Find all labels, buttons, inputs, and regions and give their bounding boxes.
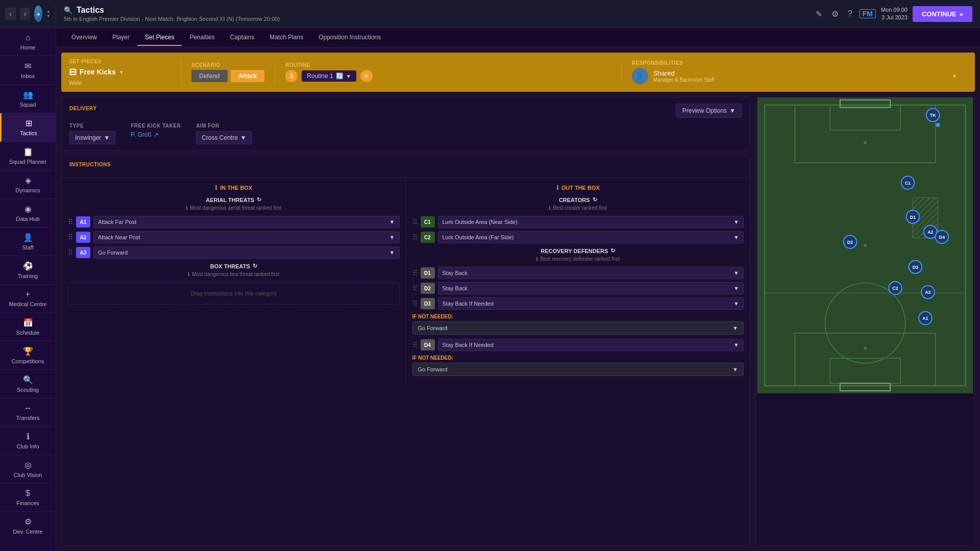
sidebar-item-tactics[interactable]: ⊞ Tactics	[0, 113, 56, 142]
page-content: SET PIECES ⊟ Free Kicks ▼ Wide SCENARIO …	[56, 47, 980, 551]
badge-a3: A3	[76, 247, 90, 258]
set-piece-dropdown-icon[interactable]: ▼	[119, 69, 124, 75]
tab-captains[interactable]: Captains	[223, 30, 262, 46]
nav-back-button[interactable]: ‹	[5, 8, 16, 20]
drag-handle-c2[interactable]: ⠿	[412, 233, 418, 241]
help-icon[interactable]: ⚙	[829, 7, 841, 21]
inst-select-c2[interactable]: Lurk Outside Area (Far Side) ▼	[438, 231, 744, 243]
routine-number: 1	[285, 70, 298, 82]
recovery-refresh-icon[interactable]: ↻	[610, 247, 615, 254]
inst-select-d1[interactable]: Stay Back ▼	[438, 267, 744, 279]
inst-select-d4[interactable]: Stay Back If Needed ▼	[438, 339, 744, 351]
d4-if-not-caret-icon: ▼	[732, 366, 738, 372]
sidebar-item-club-info[interactable]: ℹ Club Info	[0, 427, 56, 455]
sidebar-item-squad-planner[interactable]: 📋 Squad Planner	[0, 142, 56, 170]
tab-overview[interactable]: Overview	[64, 30, 105, 46]
inst-select-a2[interactable]: Attack Near Post ▼	[93, 231, 400, 243]
sp-routine-label: ROUTINE	[285, 62, 610, 68]
sidebar-item-schedule[interactable]: 📅 Schedule	[0, 313, 56, 341]
drag-handle-a2[interactable]: ⠿	[68, 233, 73, 241]
sidebar-item-finances[interactable]: $ Finances	[0, 484, 56, 512]
drag-handle-d2[interactable]: ⠿	[412, 284, 418, 292]
aerial-threats-refresh-icon[interactable]: ↻	[257, 196, 261, 203]
resp-avatar: 👤	[632, 68, 648, 84]
add-routine-button[interactable]: +	[360, 70, 373, 82]
continue-button[interactable]: CONTINUE »	[913, 6, 972, 22]
sidebar-item-data-hub[interactable]: ◉ Data Hub	[0, 199, 56, 228]
delivery-aim-select[interactable]: Cross Centre ▼	[196, 131, 252, 144]
scenario-defend-button[interactable]: Defend	[191, 70, 228, 82]
d3-if-not-select[interactable]: Go Forward ▼	[412, 321, 744, 335]
edit-icon[interactable]: ✎	[814, 7, 824, 21]
sidebar-item-staff[interactable]: 👤 Staff	[0, 228, 56, 256]
box-threats-hint: ℹ Most dangerous box threat ranked first	[68, 271, 400, 277]
tab-player[interactable]: Player	[105, 30, 137, 46]
delivery-type-select[interactable]: Inswinger ▼	[69, 131, 115, 144]
resp-dropdown-icon[interactable]: ▼	[952, 73, 957, 79]
team-nav-down[interactable]: ▼	[46, 14, 51, 18]
drag-handle-c1[interactable]: ⠿	[412, 218, 418, 226]
sidebar-label-dev-centre: Dev. Centre	[13, 529, 43, 535]
drag-handle-a1[interactable]: ⠿	[68, 218, 73, 226]
sidebar-label-medical: Medical Centre	[9, 301, 47, 307]
sidebar-label-finances: Finances	[16, 500, 39, 506]
inst-value-a2: Attack Near Post	[98, 234, 140, 240]
team-nav-updown: ▲ ▼	[46, 10, 51, 18]
delivery-aim-label: AIM FOR	[196, 123, 252, 129]
scenario-buttons: Defend Attack	[191, 70, 264, 82]
box-threats-refresh-icon[interactable]: ↻	[253, 263, 257, 269]
sidebar-item-scouting[interactable]: 🔍 Scouting	[0, 370, 56, 398]
sidebar-item-home[interactable]: ⌂ Home	[0, 28, 56, 56]
sidebar-item-club-vision[interactable]: ◎ Club Vision	[0, 455, 56, 484]
nav-forward-button[interactable]: ›	[20, 8, 31, 20]
instruction-row-c2: ⠿ C2 Lurk Outside Area (Far Side) ▼	[412, 231, 744, 243]
sidebar-item-squad[interactable]: 👥 Squad	[0, 85, 56, 113]
inst-select-d2[interactable]: Stay Back ▼	[438, 282, 744, 294]
sidebar: ⌂ Home ✉ Inbox 👥 Squad ⊞ Tactics 📋 Squad…	[0, 28, 56, 551]
sidebar-item-medical[interactable]: + Medical Centre	[0, 285, 56, 313]
delivery-type-value: Inswinger ▼	[69, 131, 115, 144]
in-box-header-text: IN THE BOX	[220, 185, 252, 191]
scenario-attack-button[interactable]: Attack	[231, 70, 265, 82]
delivery-taker-select[interactable]: P. Groß ↗	[131, 131, 158, 138]
inst-select-a3[interactable]: Go Forward ▼	[93, 246, 400, 259]
inst-caret-d2: ▼	[733, 285, 739, 291]
drag-handle-a3[interactable]: ⠿	[68, 248, 73, 257]
tab-match-plans[interactable]: Match Plans	[262, 30, 311, 46]
out-box-info-icon[interactable]: ℹ	[556, 184, 559, 191]
creators-refresh-icon[interactable]: ↻	[593, 196, 597, 203]
drag-handle-d1[interactable]: ⠿	[412, 269, 418, 277]
inst-select-d3[interactable]: Stay Back If Needed ▼	[438, 297, 744, 310]
transfers-icon: ↔	[24, 404, 32, 413]
top-bar: ‹ › ● ▲ ▼ 🔍 Tactics 5th in English Premi…	[0, 0, 980, 28]
routine-dropdown-icon[interactable]: ▼	[346, 73, 351, 79]
inst-value-a1: Attack Far Post	[98, 219, 136, 225]
delivery-taker-label: FREE KICK TAKER	[131, 123, 181, 129]
dev-centre-icon: ⚙	[24, 517, 32, 527]
two-col-layout: DELIVERY Preview Options ▼ TYPE	[61, 97, 975, 546]
sidebar-item-transfers[interactable]: ↔ Transfers	[0, 398, 56, 427]
preview-options-button[interactable]: Preview Options ▼	[676, 104, 742, 118]
instructions-label: INSTRUCTIONS	[69, 162, 742, 167]
inst-select-c1[interactable]: Lurk Outside Area (Near Side) ▼	[438, 216, 744, 228]
club-vision-icon: ◎	[24, 460, 32, 470]
sidebar-item-competitions[interactable]: 🏆 Competitions	[0, 341, 56, 370]
sidebar-item-inbox[interactable]: ✉ Inbox	[0, 56, 56, 85]
sidebar-item-dev-centre[interactable]: ⚙ Dev. Centre	[0, 512, 56, 540]
d3-if-not-value: Go Forward	[418, 325, 448, 331]
tab-penalties[interactable]: Penalties	[182, 30, 222, 46]
info-icon[interactable]: ?	[846, 7, 854, 20]
training-icon: ⚽	[23, 261, 33, 271]
drag-handle-d3[interactable]: ⠿	[412, 299, 418, 308]
sidebar-item-dynamics[interactable]: ◈ Dynamics	[0, 170, 56, 199]
drag-handle-d4[interactable]: ⠿	[412, 341, 418, 349]
sidebar-item-training[interactable]: ⚽ Training	[0, 256, 56, 285]
tab-opposition-instructions[interactable]: Opposition Instructions	[311, 30, 388, 46]
inst-select-a1[interactable]: Attack Far Post ▼	[93, 216, 400, 228]
d4-if-not-select[interactable]: Go Forward ▼	[412, 363, 744, 376]
tab-set-pieces[interactable]: Set Pieces	[137, 30, 182, 46]
sp-set-pieces-section: SET PIECES ⊟ Free Kicks ▼ Wide	[69, 59, 181, 86]
instruction-row-d1: ⠿ D1 Stay Back ▼	[412, 267, 744, 279]
in-box-info-icon[interactable]: ℹ	[215, 184, 217, 191]
team-nav-up[interactable]: ▲	[46, 10, 51, 14]
